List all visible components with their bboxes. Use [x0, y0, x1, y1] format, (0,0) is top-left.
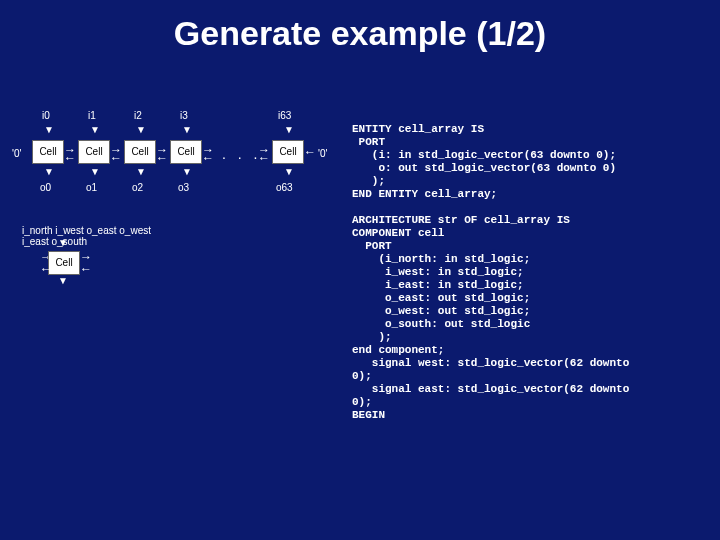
const-right: '0' — [318, 148, 327, 159]
arrow-down-icon: ▼ — [58, 275, 68, 286]
cell-1: Cell — [78, 140, 110, 164]
single-cell-diagram: i_north ▼ i_west o_east → Cell → ← ← o_w… — [22, 225, 162, 247]
arrow-down-icon: ▼ — [90, 124, 100, 135]
arrow-left-icon: →← — [156, 146, 168, 162]
port-west-in: i_west — [55, 225, 83, 236]
single-cell: Cell — [48, 251, 80, 275]
port-east-out: o_east — [87, 225, 117, 236]
bottom-label-3: o3 — [178, 182, 189, 193]
top-label-63: i63 — [278, 110, 291, 121]
arrow-down-icon: ▼ — [58, 237, 68, 248]
top-label-3: i3 — [180, 110, 188, 121]
cell-2: Cell — [124, 140, 156, 164]
arrow-down-icon: ▼ — [44, 166, 54, 177]
arrow-left-icon: ← — [80, 265, 92, 273]
arrow-down-icon: ▼ — [136, 166, 146, 177]
port-south: o_south — [51, 236, 87, 247]
arrow-down-icon: ▼ — [182, 166, 192, 177]
port-east-in: i_east — [22, 236, 49, 247]
top-label-2: i2 — [134, 110, 142, 121]
cell-3: Cell — [170, 140, 202, 164]
arrow-down-icon: ▼ — [90, 166, 100, 177]
arrow-right-icon: → — [80, 253, 92, 261]
ellipsis: . . . — [222, 146, 261, 162]
top-label-1: i1 — [88, 110, 96, 121]
slide-title: Generate example (1/2) — [0, 0, 720, 53]
top-label-0: i0 — [42, 110, 50, 121]
arrow-down-icon: ▼ — [284, 166, 294, 177]
cell-63: Cell — [272, 140, 304, 164]
arrow-left-icon: ← — [40, 265, 52, 273]
port-north: i_north — [22, 225, 53, 236]
arrow-down-icon: ▼ — [44, 124, 54, 135]
arrow-down-icon: ▼ — [182, 124, 192, 135]
vhdl-code: ENTITY cell_array IS PORT (i: in std_log… — [352, 123, 712, 422]
arrow-left-icon: →← — [202, 146, 214, 162]
bottom-label-2: o2 — [132, 182, 143, 193]
bottom-label-1: o1 — [86, 182, 97, 193]
arrow-down-icon: ▼ — [284, 124, 294, 135]
bottom-label-0: o0 — [40, 182, 51, 193]
arrow-down-icon: ▼ — [136, 124, 146, 135]
port-west-out: o_west — [119, 225, 151, 236]
bottom-label-63: o63 — [276, 182, 293, 193]
arrow-left-icon: →← — [258, 146, 270, 162]
arrow-left-icon: ← — [304, 148, 316, 156]
cell-0: Cell — [32, 140, 64, 164]
arrow-left-icon: →← — [110, 146, 122, 162]
arrow-left-icon: →← — [64, 146, 76, 162]
const-left: '0' — [12, 148, 21, 159]
